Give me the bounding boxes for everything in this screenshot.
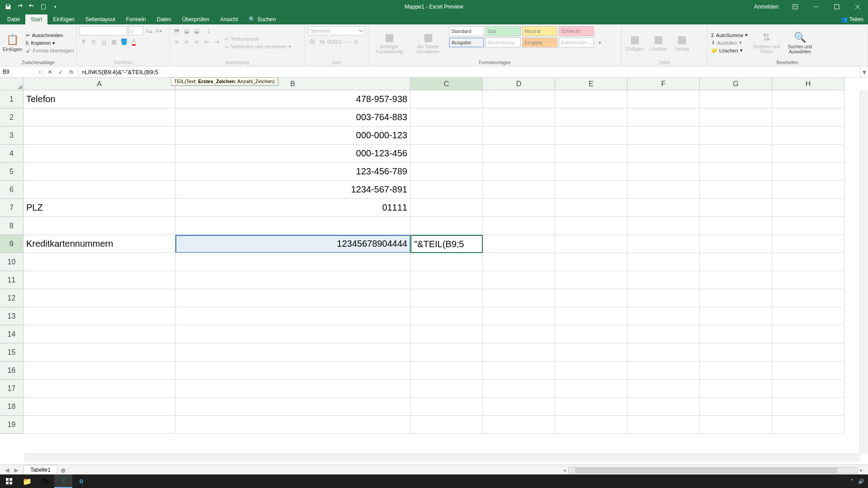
cell-A16[interactable] [24, 361, 175, 380]
row-header-6[interactable]: 6 [0, 181, 24, 199]
column-header-A[interactable]: A [24, 78, 175, 90]
select-all-corner[interactable] [0, 78, 24, 90]
bold-button[interactable]: F [80, 37, 89, 46]
cell-G8[interactable] [700, 217, 772, 235]
decrease-decimal-button[interactable]: ←.0 [348, 37, 357, 46]
taskbar-edge[interactable]: e [72, 474, 90, 488]
row-header-13[interactable]: 13 [0, 307, 24, 325]
cell-D18[interactable] [483, 398, 555, 416]
column-header-D[interactable]: D [483, 78, 555, 90]
fill-color-button[interactable]: 🪣 [119, 37, 128, 46]
cell-B7[interactable]: 01111 [175, 199, 410, 217]
formula-cancel-button[interactable]: ✕ [45, 69, 55, 75]
cell-H2[interactable] [772, 108, 844, 127]
cell-E6[interactable] [555, 181, 627, 199]
cell-G3[interactable] [700, 127, 772, 145]
sheet-nav-buttons[interactable]: ◄ ► [0, 465, 24, 475]
cell-B11[interactable] [175, 271, 410, 289]
cell-B6[interactable]: 1234-567-891 [175, 181, 410, 199]
cell-H4[interactable] [772, 145, 844, 163]
align-left-button[interactable]: ≡ [172, 37, 181, 46]
tab-einfuegen[interactable]: Einfügen [47, 14, 80, 24]
cell-B8[interactable] [175, 217, 410, 235]
tray-chevron-icon[interactable]: ˄ [851, 479, 854, 484]
row-header-19[interactable]: 19 [0, 416, 24, 434]
cell-C11[interactable] [410, 271, 483, 289]
cell-H14[interactable] [772, 325, 844, 343]
find-select-button[interactable]: 🔍Suchen und Auswählen [784, 26, 816, 59]
cell-F19[interactable] [627, 416, 700, 434]
cell-styles-gallery[interactable]: Standard Gut Neutral Schlecht Ausgabe Be… [449, 26, 594, 59]
cell-A2[interactable] [24, 108, 175, 127]
cell-B10[interactable] [175, 253, 410, 271]
touch-mode-icon[interactable] [38, 1, 49, 12]
format-as-table-button[interactable]: ▦ Als Tabelle formatieren [410, 26, 446, 59]
search-tell-me[interactable]: 🔍Suchen [243, 14, 281, 24]
cell-F7[interactable] [627, 199, 700, 217]
cell-E8[interactable] [555, 217, 627, 235]
cell-A18[interactable] [24, 398, 175, 416]
cell-A9[interactable]: Kreditkartennummern [24, 235, 175, 253]
cell-C2[interactable] [410, 108, 483, 127]
column-header-F[interactable]: F [627, 78, 700, 90]
cell-C18[interactable] [410, 398, 483, 416]
sheet-tab-1[interactable]: Tabelle1 [24, 465, 57, 475]
border-button[interactable]: ▦ [109, 37, 118, 46]
taskbar-file-explorer[interactable]: 📁 [18, 474, 36, 488]
decrease-font-button[interactable]: A▾ [154, 26, 163, 35]
cell-E4[interactable] [555, 145, 627, 163]
cell-H8[interactable] [772, 217, 844, 235]
merge-center-button[interactable]: ▭Verbinden und zentrieren ▾ [224, 43, 292, 50]
delete-cells-button[interactable]: ▦Löschen [648, 26, 669, 59]
tab-ansicht[interactable]: Ansicht [215, 14, 243, 24]
cell-B5[interactable]: 123-456-789 [175, 163, 410, 181]
name-box[interactable]: B9 [0, 66, 43, 77]
start-menu-button[interactable] [0, 474, 18, 488]
cell-F18[interactable] [627, 398, 700, 416]
cell-C5[interactable] [410, 163, 483, 181]
save-icon[interactable] [3, 1, 14, 12]
row-header-17[interactable]: 17 [0, 380, 24, 398]
cell-H13[interactable] [772, 307, 844, 325]
cell-E13[interactable] [555, 307, 627, 325]
cell-A19[interactable] [24, 416, 175, 434]
cell-E15[interactable] [555, 343, 627, 361]
tab-ueberpruefen[interactable]: Überprüfen [177, 14, 215, 24]
cell-C7[interactable] [410, 199, 483, 217]
ribbon-options-icon[interactable] [785, 0, 806, 14]
style-standard[interactable]: Standard [449, 26, 484, 36]
cell-G10[interactable] [700, 253, 772, 271]
column-header-C[interactable]: C [410, 78, 483, 90]
format-painter-button[interactable]: 🖌Format übertragen [25, 47, 75, 54]
cell-E17[interactable] [555, 380, 627, 398]
increase-font-button[interactable]: A▴ [144, 26, 153, 35]
row-header-4[interactable]: 4 [0, 145, 24, 163]
cell-B15[interactable] [175, 343, 410, 361]
cell-F4[interactable] [627, 145, 700, 163]
cell-F8[interactable] [627, 217, 700, 235]
cell-H10[interactable] [772, 253, 844, 271]
cell-B14[interactable] [175, 325, 410, 343]
cell-H9[interactable] [772, 235, 844, 253]
cell-F13[interactable] [627, 307, 700, 325]
indent-increase-button[interactable]: ⇥ [212, 37, 221, 46]
cell-A6[interactable] [24, 181, 175, 199]
cell-H5[interactable] [772, 163, 844, 181]
cell-A11[interactable] [24, 271, 175, 289]
cell-E2[interactable] [555, 108, 627, 127]
cell-D13[interactable] [483, 307, 555, 325]
cell-D9[interactable] [483, 235, 555, 253]
cell-H15[interactable] [772, 343, 844, 361]
qat-customize-icon[interactable]: ▾ [50, 1, 61, 12]
cell-H17[interactable] [772, 380, 844, 398]
cell-B19[interactable] [175, 416, 410, 434]
column-header-H[interactable]: H [772, 78, 844, 90]
underline-button[interactable]: U [99, 37, 108, 46]
row-header-15[interactable]: 15 [0, 343, 24, 361]
insert-cells-button[interactable]: ▦Einfügen [624, 26, 645, 59]
cell-B17[interactable] [175, 380, 410, 398]
cell-H6[interactable] [772, 181, 844, 199]
cell-E11[interactable] [555, 271, 627, 289]
style-ausgabe[interactable]: Ausgabe [449, 38, 484, 47]
tab-daten[interactable]: Daten [151, 14, 177, 24]
